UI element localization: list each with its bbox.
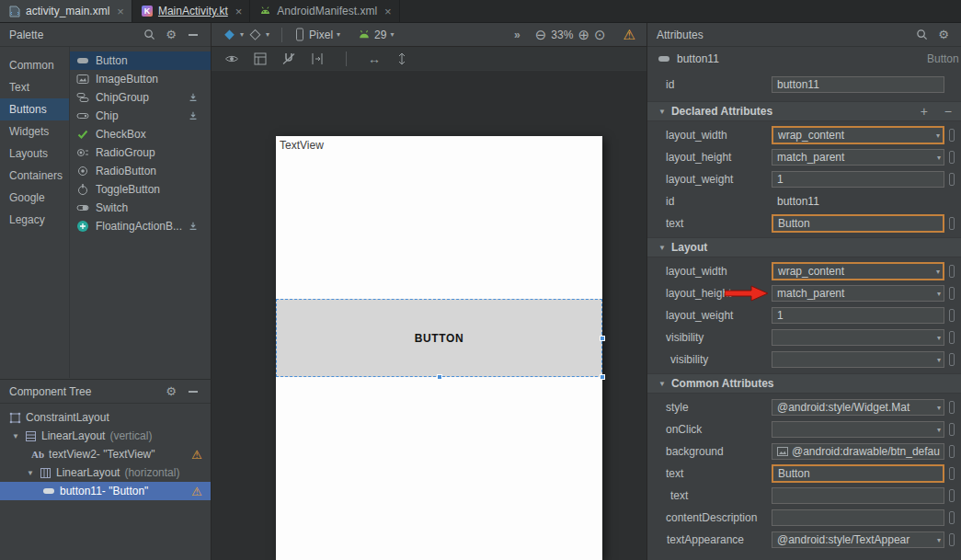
resource-toggle-icon[interactable] <box>949 265 955 278</box>
category-buttons[interactable]: Buttons <box>0 98 69 120</box>
resource-toggle-icon[interactable] <box>949 309 955 322</box>
category-text[interactable]: Text <box>0 76 69 98</box>
textappearance-dropdown[interactable]: @android:style/TextAppear▾ <box>772 531 944 548</box>
hide-panel-icon[interactable] <box>183 391 203 393</box>
style-dropdown[interactable]: @android:style/Widget.Mat▾ <box>772 399 944 416</box>
chevron-expanded-icon[interactable]: ▼ <box>11 432 20 440</box>
resource-toggle-icon[interactable] <box>949 217 955 230</box>
blueprint-mode-selector[interactable]: ▾ <box>248 28 269 41</box>
palette-item-togglebutton[interactable]: ToggleButton <box>70 180 211 199</box>
selection-handle[interactable] <box>600 374 605 380</box>
resource-toggle-icon[interactable] <box>949 353 955 366</box>
close-icon[interactable]: × <box>117 6 124 17</box>
resource-toggle-icon[interactable] <box>949 331 955 344</box>
zoom-to-fit-button[interactable]: ⊙ <box>594 27 606 43</box>
resource-toggle-icon[interactable] <box>949 287 955 300</box>
toolbar-overflow-icon[interactable]: » <box>514 29 520 41</box>
tree-item-button11[interactable]: button11- "Button" ⚠ <box>0 482 211 500</box>
tree-item-textview2[interactable]: Ab textView2- "TextView" ⚠ <box>0 445 211 463</box>
tools-visibility-dropdown[interactable]: ▾ <box>772 351 944 368</box>
autoconnect-off-magnet-icon[interactable] <box>281 51 296 66</box>
tree-item-linearlayout-horizontal[interactable]: ▼ LinearLayout (horizontal) <box>0 463 211 482</box>
resource-toggle-icon[interactable] <box>949 511 955 524</box>
resource-toggle-icon[interactable] <box>949 151 955 164</box>
device-selector[interactable]: Pixel ▾ <box>294 28 340 41</box>
orientation-icon[interactable] <box>253 51 268 66</box>
add-attribute-button[interactable]: + <box>921 104 928 119</box>
category-legacy[interactable]: Legacy <box>0 209 69 231</box>
text-input[interactable]: Button <box>772 464 944 483</box>
layout-weight-input[interactable]: 1 <box>772 171 944 188</box>
category-common[interactable]: Common <box>0 54 69 76</box>
hide-panel-icon[interactable] <box>183 34 203 36</box>
visibility-dropdown[interactable]: ▾ <box>772 329 944 346</box>
close-icon[interactable]: × <box>235 6 243 17</box>
id-input[interactable]: button11 <box>772 76 944 93</box>
resource-toggle-icon[interactable] <box>949 489 955 502</box>
resource-toggle-icon[interactable] <box>949 129 955 142</box>
zoom-out-button[interactable]: ⊖ <box>535 27 547 43</box>
category-google[interactable]: Google <box>0 187 69 209</box>
layout-height-dropdown[interactable]: match_parent▾ <box>772 285 944 302</box>
resource-toggle-icon[interactable] <box>949 467 955 480</box>
category-layouts[interactable]: Layouts <box>0 143 69 165</box>
tab-mainactivity-kt[interactable]: K MainActivity.kt × <box>132 0 250 22</box>
canvas-button[interactable]: BUTTON <box>415 332 463 345</box>
palette-item-chip[interactable]: Chip <box>70 107 211 125</box>
content-description-input[interactable] <box>772 509 944 526</box>
palette-item-imagebutton[interactable]: ImageButton <box>70 70 211 88</box>
remove-attribute-button[interactable]: − <box>944 104 952 119</box>
background-input[interactable]: @android:drawable/btn_defau <box>772 443 944 460</box>
layout-height-dropdown[interactable]: match_parent▾ <box>772 149 944 166</box>
tree-item-linearlayout-vertical[interactable]: ▼ LinearLayout (vertical) <box>0 427 211 445</box>
clear-constraints-icon[interactable]: ↔ <box>368 51 381 66</box>
selection-handle[interactable] <box>437 374 442 380</box>
category-containers[interactable]: Containers <box>0 165 69 187</box>
canvas-textview[interactable]: TextView <box>280 139 324 152</box>
palette-item-radiobutton[interactable]: RadioButton <box>70 162 211 180</box>
tree-item-constraintlayout[interactable]: ConstraintLayout <box>0 408 211 427</box>
zoom-in-button[interactable]: ⊕ <box>578 27 589 43</box>
tab-androidmanifest-xml[interactable]: AndroidManifest.xml × <box>250 0 399 22</box>
api-level-selector[interactable]: 29 ▾ <box>358 29 394 41</box>
warning-icon[interactable]: ⚠ <box>191 486 202 497</box>
section-common-attributes[interactable]: ▼ Common Attributes <box>647 373 961 394</box>
text-input[interactable]: Button <box>772 214 944 233</box>
infer-constraints-icon[interactable] <box>395 51 409 66</box>
device-screen[interactable]: TextView BUTTON <box>276 136 602 560</box>
gear-icon[interactable]: ⚙ <box>161 384 181 398</box>
palette-item-floatingactionbutton[interactable]: FloatingActionB... <box>70 217 211 235</box>
resource-toggle-icon[interactable] <box>949 533 955 546</box>
default-margins-icon[interactable] <box>310 51 325 66</box>
resource-toggle-icon[interactable] <box>949 401 955 414</box>
tab-activity-main-xml[interactable]: activity_main.xml × <box>0 0 132 22</box>
section-layout[interactable]: ▼ Layout <box>647 237 961 257</box>
warnings-button[interactable]: ⚠ <box>624 27 635 43</box>
selected-linearlayout[interactable]: BUTTON <box>276 299 602 377</box>
gear-icon[interactable]: ⚙ <box>933 28 954 41</box>
gear-icon[interactable]: ⚙ <box>161 28 181 41</box>
section-declared-attributes[interactable]: ▼ Declared Attributes + − <box>647 101 961 121</box>
chevron-expanded-icon[interactable]: ▼ <box>26 469 35 477</box>
close-icon[interactable]: × <box>384 6 392 17</box>
palette-item-radiogroup[interactable]: RadioGroup <box>70 143 211 162</box>
layout-width-dropdown[interactable]: wrap_content▾ <box>772 126 944 144</box>
warning-icon[interactable]: ⚠ <box>191 449 202 461</box>
palette-item-button[interactable]: Button <box>70 51 211 70</box>
view-options-icon[interactable] <box>224 51 239 66</box>
selection-handle[interactable] <box>600 336 605 341</box>
search-icon[interactable] <box>911 29 932 40</box>
category-widgets[interactable]: Widgets <box>0 120 69 143</box>
search-icon[interactable] <box>139 29 159 40</box>
palette-item-switch[interactable]: Switch <box>70 199 211 217</box>
resource-toggle-icon[interactable] <box>949 173 955 186</box>
onclick-dropdown[interactable]: ▾ <box>772 421 944 438</box>
layout-width-dropdown[interactable]: wrap_content▾ <box>772 262 944 280</box>
palette-item-checkbox[interactable]: CheckBox <box>70 125 211 143</box>
design-mode-selector[interactable]: ▾ <box>223 28 244 41</box>
resource-toggle-icon[interactable] <box>949 423 955 436</box>
palette-item-chipgroup[interactable]: ChipGroup <box>70 88 211 107</box>
layout-weight-input[interactable]: 1 <box>772 307 944 324</box>
design-canvas[interactable]: TextView BUTTON <box>212 71 646 560</box>
resource-toggle-icon[interactable] <box>949 445 955 458</box>
